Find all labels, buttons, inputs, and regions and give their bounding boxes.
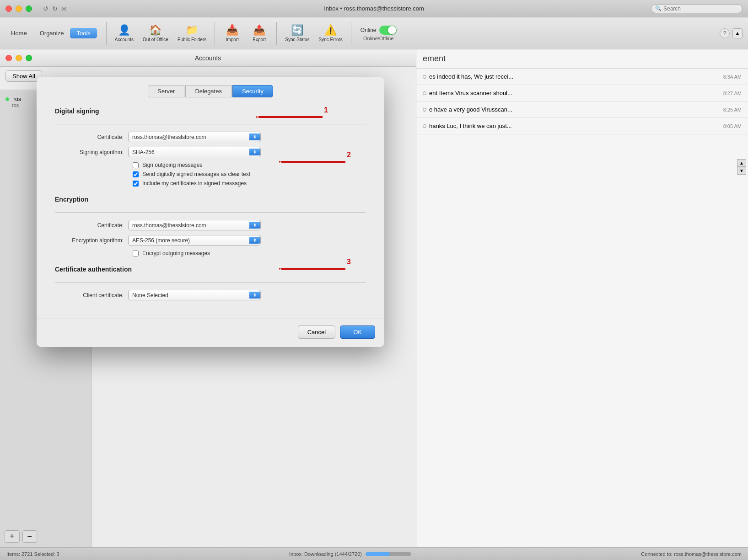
accounts-titlebar: Accounts [0, 49, 416, 67]
tab-organize[interactable]: Organize [33, 28, 70, 38]
status-center-text: Inbox: Downloading (1444/2720) [289, 551, 362, 557]
encryption-cert-value: ross.thomas@thesslstore.com [132, 222, 246, 229]
email-time: 8:34 AM [723, 74, 742, 80]
certificate-label: Certificate: [55, 134, 128, 140]
traffic-lights: ↺ ↻ ✉ [5, 5, 67, 12]
toolbar-separator-2 [215, 22, 215, 45]
email-preview: es indeed it has, We just recei... [429, 73, 513, 80]
client-cert-row: Client certificate: None Selected ⬍ [55, 290, 366, 300]
status-bar: Items: 2721 Selected: 3 Inbox: Downloadi… [0, 547, 748, 560]
client-cert-select[interactable]: None Selected ⬍ [128, 290, 261, 300]
email-item[interactable]: e have a very good Virusscan... 8:25 AM [416, 101, 748, 118]
tab-delegates[interactable]: Delegates [185, 85, 231, 97]
annotation-arrow-1: 1 [256, 103, 329, 131]
sync-status-icon: 🔄 [291, 24, 303, 36]
encryption-cert-select[interactable]: ross.thomas@thesslstore.com ⬍ [128, 220, 261, 230]
encrypt-outgoing-label: Encrypt outgoing messages [142, 250, 210, 256]
status-center: Inbox: Downloading (1444/2720) [289, 551, 411, 557]
account-name: ros [13, 96, 21, 102]
encryption-algo-value: AES-256 (more secure) [132, 237, 246, 244]
sign-outgoing-checkbox[interactable] [133, 162, 139, 168]
status-progress-bar [366, 552, 411, 556]
tab-tools[interactable]: Tools [70, 28, 97, 38]
tab-home[interactable]: Home [5, 28, 33, 38]
email-time: 8:05 AM [723, 123, 742, 129]
scroll-stepper: ▲ ▼ [737, 159, 746, 175]
client-cert-label: Client certificate: [55, 292, 128, 299]
encryption-algo-select[interactable]: AES-256 (more secure) ⬍ [128, 235, 261, 245]
account-controls: + − [5, 530, 37, 543]
public-folders-icon: 📁 [186, 24, 198, 36]
signing-algo-select[interactable]: SHA-256 ⬍ [128, 147, 261, 157]
toolbar-accounts-label: Accounts [115, 37, 134, 42]
security-dialog: Server Delegates Security Digital signin… [37, 77, 384, 347]
online-toggle[interactable]: Online Online/Offline [361, 26, 397, 41]
online-switch[interactable] [379, 26, 397, 35]
export-icon: 📤 [253, 24, 265, 36]
ok-button[interactable]: OK [340, 325, 375, 339]
email-time: 8:27 AM [723, 91, 742, 96]
toolbar-out-of-office[interactable]: 🏠 Out of Office [139, 22, 172, 44]
out-of-office-icon: 🏠 [149, 24, 161, 36]
encryption-cert-row: Certificate: ross.thomas@thesslstore.com… [55, 220, 366, 230]
certificate-dropdown-arrow[interactable]: ⬍ [249, 133, 260, 140]
scroll-down-button[interactable]: ▼ [737, 167, 746, 175]
email-preview: e have a very good Virusscan... [429, 106, 512, 113]
compose-icon[interactable]: ✉ [61, 5, 67, 12]
redo-icon[interactable]: ↻ [52, 5, 58, 12]
accounts-minimize-button[interactable] [16, 55, 22, 61]
online-label: Online [361, 27, 377, 33]
encryption-cert-dropdown-arrow[interactable]: ⬍ [249, 222, 260, 229]
add-account-button[interactable]: + [5, 530, 20, 543]
accounts-maximize-button[interactable] [26, 55, 32, 61]
signing-algo-dropdown-arrow[interactable]: ⬍ [249, 149, 260, 155]
collapse-button[interactable]: ▲ [732, 28, 743, 38]
help-button[interactable]: ? [720, 28, 730, 38]
email-item[interactable]: es indeed it has, We just recei... 8:34 … [416, 69, 748, 85]
toolbar-separator-4 [351, 22, 351, 45]
search-bar[interactable]: 🔍 [651, 4, 743, 13]
close-button[interactable] [5, 5, 12, 12]
email-preview: ent Items Virus scanner shoul... [429, 90, 512, 96]
toolbar-export[interactable]: 📤 Export [247, 22, 272, 44]
email-item[interactable]: hanks Luc, I think we can just... 8:05 A… [416, 118, 748, 134]
accounts-close-button[interactable] [5, 55, 12, 61]
include-certs-checkbox[interactable] [133, 181, 139, 187]
accounts-traffic-lights [5, 55, 32, 61]
search-input[interactable] [663, 5, 737, 12]
certificate-row: Certificate: ross.thomas@thesslstore.com… [55, 132, 366, 142]
tab-security[interactable]: Security [232, 85, 273, 97]
tab-server[interactable]: Server [148, 85, 184, 97]
toolbar-import[interactable]: 📥 Import [220, 22, 245, 44]
encrypt-outgoing-checkbox[interactable] [133, 251, 139, 256]
toolbar-sync-status[interactable]: 🔄 Sync Status [281, 22, 313, 44]
email-dot [423, 91, 426, 95]
nav-tabs: Home Organize Tools [5, 28, 97, 38]
certificate-value: ross.thomas@thesslstore.com [132, 134, 246, 140]
toolbar-sync-errors-label: Sync Errors [319, 37, 343, 42]
undo-icon[interactable]: ↺ [43, 5, 48, 12]
scroll-up-button[interactable]: ▲ [737, 159, 746, 167]
toolbar-out-of-office-label: Out of Office [143, 37, 168, 42]
toolbar-accounts[interactable]: 👤 Accounts [111, 22, 137, 44]
certificate-select[interactable]: ross.thomas@thesslstore.com ⬍ [128, 132, 261, 142]
maximize-button[interactable] [26, 5, 32, 12]
remove-account-button[interactable]: − [22, 530, 38, 543]
annotation-arrow-2: 2 [279, 148, 352, 176]
minimize-button[interactable] [16, 5, 22, 12]
status-progress-fill [366, 552, 390, 556]
email-dot [423, 75, 426, 79]
send-clear-text-checkbox[interactable] [133, 171, 139, 177]
toolbar-sync-errors[interactable]: ⚠️ Sync Errors [315, 22, 346, 44]
title-bar: ↺ ↻ ✉ Inbox • ross.thomas@thesslstore.co… [0, 0, 748, 17]
toolbar-public-folders-label: Public Folders [178, 37, 206, 42]
client-cert-dropdown-arrow[interactable]: ⬍ [249, 292, 260, 299]
cancel-button[interactable]: Cancel [298, 325, 335, 339]
window-title: Inbox • ross.thomas@thesslstore.com [324, 5, 424, 12]
status-left: Items: 2721 Selected: 3 [6, 551, 59, 557]
online-offline-label: Online/Offline [363, 36, 393, 41]
main-area: Accounts Show All ros ros + − ement es i… [0, 49, 748, 547]
email-item[interactable]: ent Items Virus scanner shoul... 8:27 AM [416, 85, 748, 101]
encryption-algo-dropdown-arrow[interactable]: ⬍ [249, 237, 260, 244]
toolbar-public-folders[interactable]: 📁 Public Folders [174, 22, 210, 44]
